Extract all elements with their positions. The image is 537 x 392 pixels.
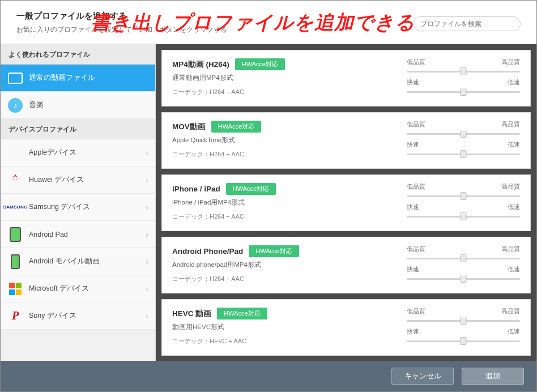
annotation-overlay: 書き出しプロファイルを追加できる: [91, 10, 415, 36]
profile-card[interactable]: HEVC 動画HWAcce対応動画用HEVC形式コーデック：HEVC + AAC…: [161, 299, 531, 356]
profile-desc: iPhone / iPad用MP4形式: [172, 198, 407, 207]
hwaccel-badge: HWAcce対応: [211, 121, 261, 133]
sidebar-item-music[interactable]: ♪音楽: [1, 92, 155, 119]
slow-label: 低速: [508, 141, 520, 149]
hwaccel-badge: HWAcce対応: [217, 308, 267, 319]
speed-slider[interactable]: [407, 212, 520, 220]
sidebar-group-common: よく使われるプロファイル: [1, 44, 155, 65]
slow-label: 低速: [508, 266, 520, 274]
chevron-right-icon: ›: [146, 203, 148, 212]
profile-card[interactable]: MOV動画HWAcce対応Apple QuickTime形式コーデック：H264…: [161, 112, 531, 169]
speed-slider[interactable]: [407, 337, 520, 345]
chevron-right-icon: ›: [146, 312, 148, 321]
profile-card[interactable]: Android Phone/PadHWAcce対応Android phone/p…: [161, 237, 531, 293]
profile-codec: コーデック：H264 + AAC: [172, 88, 407, 96]
profile-title: Android Phone/Pad: [172, 247, 243, 255]
high-quality-label: 高品質: [501, 245, 520, 253]
sidebar-item-label: Huawei デバイス: [29, 175, 84, 185]
speed-slider[interactable]: [407, 275, 520, 283]
low-quality-label: 低品質: [407, 183, 425, 191]
profile-title: iPhone / iPad: [172, 185, 220, 193]
fast-label: 快速: [407, 203, 419, 211]
low-quality-label: 低品質: [407, 121, 425, 129]
profile-title: MOV動画: [172, 122, 206, 132]
chevron-right-icon: ›: [146, 257, 148, 266]
sidebar-item-phone[interactable]: Android モバイル動画›: [1, 248, 155, 275]
header: 一般プロファイルを追加する お気に入りのプロファイルを設定して「追加」ボタンをク…: [1, 1, 536, 44]
profile-desc: 動画用HEVC形式: [172, 323, 407, 331]
profile-desc: Apple QuickTime形式: [172, 136, 407, 144]
slow-label: 低速: [508, 328, 520, 336]
hwaccel-badge: HWAcce対応: [249, 245, 299, 257]
profile-title: MP4動画 (H264): [172, 59, 229, 70]
quality-slider[interactable]: [407, 254, 520, 262]
footer: キャンセル 追加: [1, 361, 536, 391]
search-box: [413, 16, 521, 31]
profile-desc: Android phone/pad用MP4形式: [172, 261, 407, 269]
profile-codec: コーデック：HEVC + AAC: [172, 337, 407, 346]
huawei-icon: [7, 172, 23, 188]
chevron-right-icon: ›: [146, 284, 148, 293]
quality-slider[interactable]: [407, 317, 520, 325]
search-input[interactable]: [413, 16, 521, 31]
profile-codec: コーデック：H264 + AAC: [172, 150, 407, 159]
sidebar-item-samsung[interactable]: SAMSUNGSamsung デバイス›: [1, 194, 155, 221]
sidebar-item-label: Android モバイル動画: [29, 257, 100, 266]
sidebar-item-label: Microsoft デバイス: [29, 284, 89, 293]
fast-label: 快速: [407, 266, 419, 274]
phone-icon: [7, 254, 23, 270]
chevron-right-icon: ›: [146, 176, 148, 185]
low-quality-label: 低品質: [407, 245, 425, 253]
slow-label: 低速: [508, 203, 520, 211]
speed-slider[interactable]: [407, 150, 520, 158]
chevron-right-icon: ›: [146, 148, 148, 157]
hwaccel-badge: HWAcce対応: [235, 58, 285, 70]
slow-label: 低速: [508, 79, 520, 87]
apple-icon: [7, 145, 23, 161]
quality-slider[interactable]: [407, 192, 520, 200]
sidebar-item-label: Appleデバイス: [29, 148, 76, 157]
fast-label: 快速: [407, 79, 419, 87]
monitor-icon: [7, 70, 23, 86]
profile-codec: コーデック：H264 + AAC: [172, 275, 407, 283]
low-quality-label: 低品質: [407, 58, 425, 66]
quality-slider[interactable]: [407, 130, 520, 138]
sidebar-item-monitor[interactable]: 通常の動画ファイル: [1, 65, 155, 92]
high-quality-label: 高品質: [501, 121, 520, 129]
profile-card[interactable]: iPhone / iPadHWAcce対応iPhone / iPad用MP4形式…: [161, 174, 531, 231]
cancel-button[interactable]: キャンセル: [391, 368, 454, 385]
sidebar-item-apple[interactable]: Appleデバイス›: [1, 139, 155, 167]
sidebar: よく使われるプロファイル 通常の動画ファイル♪音楽 デバイスプロファイル App…: [1, 44, 156, 361]
profile-card[interactable]: MP4動画 (H264)HWAcce対応通常動画用MP4形式コーデック：H264…: [161, 50, 531, 106]
profile-codec: コーデック：H264 + AAC: [172, 212, 407, 221]
sony-icon: P: [7, 308, 23, 324]
pad-icon: [7, 227, 23, 242]
speed-slider[interactable]: [407, 88, 520, 96]
sidebar-item-label: Sony デバイス: [29, 311, 76, 321]
music-icon: ♪: [7, 97, 23, 113]
sidebar-item-label: 通常の動画ファイル: [29, 73, 95, 83]
high-quality-label: 高品質: [501, 308, 520, 316]
microsoft-icon: [7, 281, 23, 297]
fast-label: 快速: [407, 328, 419, 336]
quality-slider[interactable]: [407, 67, 520, 75]
profile-title: HEVC 動画: [172, 309, 211, 319]
sidebar-item-label: Android Pad: [29, 231, 68, 238]
high-quality-label: 高品質: [501, 183, 520, 191]
low-quality-label: 低品質: [407, 308, 425, 316]
profile-list[interactable]: MP4動画 (H264)HWAcce対応通常動画用MP4形式コーデック：H264…: [156, 44, 536, 361]
samsung-icon: SAMSUNG: [7, 199, 23, 215]
high-quality-label: 高品質: [501, 58, 520, 66]
sidebar-item-pad[interactable]: Android Pad›: [1, 221, 155, 248]
add-button[interactable]: 追加: [462, 368, 524, 385]
sidebar-item-microsoft[interactable]: Microsoft デバイス›: [1, 275, 155, 302]
sidebar-group-device: デバイスプロファイル: [1, 119, 155, 139]
sidebar-item-huawei[interactable]: Huawei デバイス›: [1, 167, 155, 194]
sidebar-item-label: Samsung デバイス: [29, 202, 90, 212]
profile-desc: 通常動画用MP4形式: [172, 74, 407, 82]
sidebar-item-label: 音楽: [29, 100, 44, 110]
chevron-right-icon: ›: [146, 230, 148, 239]
hwaccel-badge: HWAcce対応: [226, 183, 276, 195]
fast-label: 快速: [407, 141, 419, 149]
sidebar-item-sony[interactable]: PSony デバイス›: [1, 302, 155, 330]
